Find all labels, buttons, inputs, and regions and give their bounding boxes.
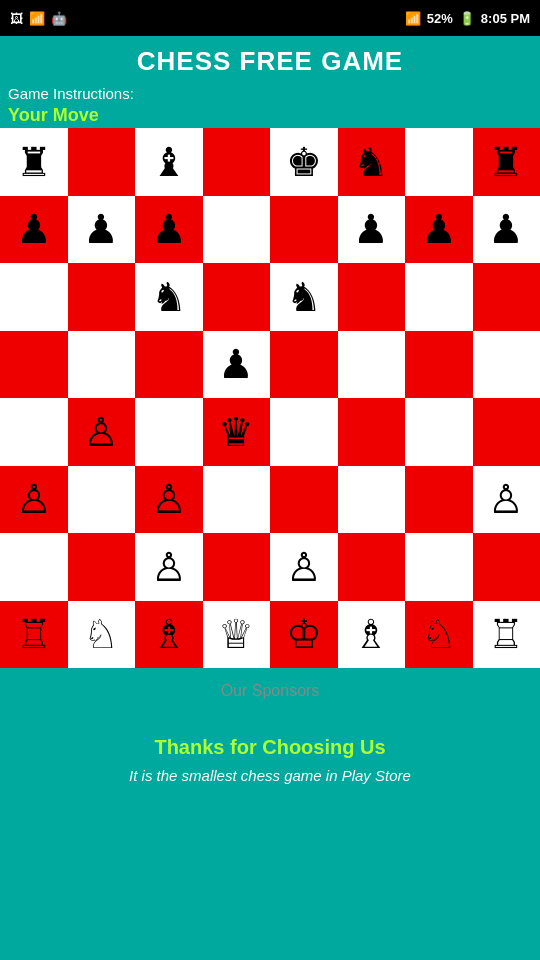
cell-2-2[interactable]: ♞: [135, 263, 203, 331]
cell-7-6[interactable]: ♘: [405, 601, 473, 669]
app-title: CHESS FREE GAME: [0, 46, 540, 77]
cell-1-0[interactable]: ♟: [0, 196, 68, 264]
instructions-label: Game Instructions:: [8, 85, 134, 102]
cell-0-4[interactable]: ♚: [270, 128, 338, 196]
battery-icon: 🔋: [459, 11, 475, 26]
cell-5-5[interactable]: [338, 466, 406, 534]
cell-3-5[interactable]: [338, 331, 406, 399]
cell-3-4[interactable]: [270, 331, 338, 399]
android-icon: 🤖: [51, 11, 67, 26]
cell-7-5[interactable]: ♗: [338, 601, 406, 669]
cell-3-7[interactable]: [473, 331, 541, 399]
chess-board-container: ♜♝♚♞♜♟♟♟♟♟♟♞♞♟♙♛♙♙♙♙♙♖♘♗♕♔♗♘♖: [0, 128, 540, 668]
cell-2-7[interactable]: [473, 263, 541, 331]
cell-3-6[interactable]: [405, 331, 473, 399]
cell-3-1[interactable]: [68, 331, 136, 399]
cell-4-5[interactable]: [338, 398, 406, 466]
cell-5-3[interactable]: [203, 466, 271, 534]
cell-5-4[interactable]: [270, 466, 338, 534]
footer-section: Thanks for Choosing Us It is the smalles…: [0, 706, 540, 794]
cell-1-3[interactable]: [203, 196, 271, 264]
cell-1-1[interactable]: ♟: [68, 196, 136, 264]
cell-4-0[interactable]: [0, 398, 68, 466]
cell-0-5[interactable]: ♞: [338, 128, 406, 196]
cell-0-2[interactable]: ♝: [135, 128, 203, 196]
cell-7-0[interactable]: ♖: [0, 601, 68, 669]
cell-0-6[interactable]: [405, 128, 473, 196]
cell-5-2[interactable]: ♙: [135, 466, 203, 534]
signal-icon: 📶: [405, 11, 421, 26]
cell-6-0[interactable]: [0, 533, 68, 601]
cell-4-3[interactable]: ♛: [203, 398, 271, 466]
cell-7-3[interactable]: ♕: [203, 601, 271, 669]
cell-0-3[interactable]: [203, 128, 271, 196]
cell-1-2[interactable]: ♟: [135, 196, 203, 264]
cell-6-4[interactable]: ♙: [270, 533, 338, 601]
cell-5-6[interactable]: [405, 466, 473, 534]
cell-5-1[interactable]: [68, 466, 136, 534]
sponsors-section: Our Sponsors: [0, 668, 540, 706]
screenshot-icon: 🖼: [10, 11, 23, 26]
cell-6-3[interactable]: [203, 533, 271, 601]
cell-2-3[interactable]: [203, 263, 271, 331]
cell-4-6[interactable]: [405, 398, 473, 466]
tagline-text: It is the smallest chess game in Play St…: [20, 767, 520, 784]
cell-0-0[interactable]: ♜: [0, 128, 68, 196]
sponsors-label: Our Sponsors: [221, 682, 320, 699]
thanks-text: Thanks for Choosing Us: [20, 736, 520, 759]
cell-5-7[interactable]: ♙: [473, 466, 541, 534]
cell-6-5[interactable]: [338, 533, 406, 601]
cell-3-2[interactable]: [135, 331, 203, 399]
cell-6-2[interactable]: ♙: [135, 533, 203, 601]
chess-board[interactable]: ♜♝♚♞♜♟♟♟♟♟♟♞♞♟♙♛♙♙♙♙♙♖♘♗♕♔♗♘♖: [0, 128, 540, 668]
cell-6-1[interactable]: [68, 533, 136, 601]
cell-4-4[interactable]: [270, 398, 338, 466]
cell-1-4[interactable]: [270, 196, 338, 264]
cell-4-1[interactable]: ♙: [68, 398, 136, 466]
cell-5-0[interactable]: ♙: [0, 466, 68, 534]
cell-1-6[interactable]: ♟: [405, 196, 473, 264]
time-text: 8:05 PM: [481, 11, 530, 26]
status-bar: 🖼 📶 🤖 📶 52% 🔋 8:05 PM: [0, 0, 540, 36]
cell-3-0[interactable]: [0, 331, 68, 399]
app-header: CHESS FREE GAME: [0, 36, 540, 83]
cell-0-1[interactable]: [68, 128, 136, 196]
cell-7-7[interactable]: ♖: [473, 601, 541, 669]
cell-1-5[interactable]: ♟: [338, 196, 406, 264]
cell-2-1[interactable]: [68, 263, 136, 331]
cell-3-3[interactable]: ♟: [203, 331, 271, 399]
battery-text: 52%: [427, 11, 453, 26]
cell-7-2[interactable]: ♗: [135, 601, 203, 669]
cell-1-7[interactable]: ♟: [473, 196, 541, 264]
cell-7-4[interactable]: ♔: [270, 601, 338, 669]
game-instructions: Game Instructions: Your Move: [0, 83, 540, 128]
wifi-icon: 📶: [29, 11, 45, 26]
cell-4-7[interactable]: [473, 398, 541, 466]
cell-2-0[interactable]: [0, 263, 68, 331]
cell-7-1[interactable]: ♘: [68, 601, 136, 669]
cell-4-2[interactable]: [135, 398, 203, 466]
cell-2-6[interactable]: [405, 263, 473, 331]
cell-6-7[interactable]: [473, 533, 541, 601]
cell-0-7[interactable]: ♜: [473, 128, 541, 196]
cell-2-5[interactable]: [338, 263, 406, 331]
cell-2-4[interactable]: ♞: [270, 263, 338, 331]
cell-6-6[interactable]: [405, 533, 473, 601]
your-move-text: Your Move: [8, 103, 532, 128]
